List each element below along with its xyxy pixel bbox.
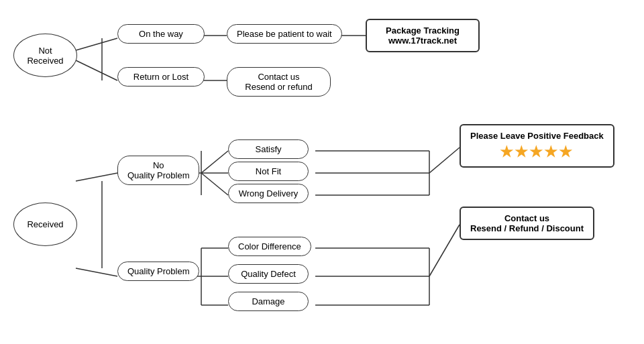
color-difference-node: Color Difference — [228, 237, 311, 256]
positive-feedback-box: Please Leave Positive Feedback ★★★★★ — [460, 124, 614, 168]
svg-line-9 — [76, 173, 117, 181]
satisfy-node: Satisfy — [228, 139, 309, 159]
feedback-text: Please Leave Positive Feedback — [470, 131, 604, 141]
svg-line-11 — [201, 151, 228, 173]
svg-line-1 — [76, 60, 117, 80]
not-received-node: Not Received — [13, 34, 77, 77]
contact-resend-refund-discount-box: Contact us Resend / Refund / Discount — [460, 207, 594, 240]
contact-discount-text: Contact us Resend / Refund / Discount — [470, 213, 584, 233]
package-tracking-node: Package Tracking www.17track.net — [366, 19, 480, 52]
star-rating: ★★★★★ — [470, 144, 604, 161]
connector-lines — [0, 0, 644, 344]
quality-defect-node: Quality Defect — [228, 264, 309, 284]
quality-problem-node: Quality Problem — [117, 262, 199, 281]
svg-line-30 — [429, 225, 460, 276]
on-the-way-node: On the way — [117, 24, 205, 44]
svg-line-13 — [201, 173, 228, 195]
received-node: Received — [13, 203, 77, 246]
flowchart-diagram: Not Received On the way Return or Lost P… — [0, 0, 644, 344]
not-fit-node: Not Fit — [228, 162, 309, 181]
contact-resend-refund-node: Contact us Resend or refund — [227, 67, 331, 97]
no-quality-problem-node: No Quality Problem — [117, 156, 199, 185]
be-patient-node: Please be patient to wait — [227, 24, 342, 44]
svg-line-0 — [76, 38, 117, 50]
damage-node: Damage — [228, 292, 309, 311]
svg-line-10 — [76, 268, 117, 276]
wrong-delivery-node: Wrong Delivery — [228, 184, 309, 203]
svg-line-20 — [429, 148, 460, 173]
return-or-lost-node: Return or Lost — [117, 67, 205, 87]
